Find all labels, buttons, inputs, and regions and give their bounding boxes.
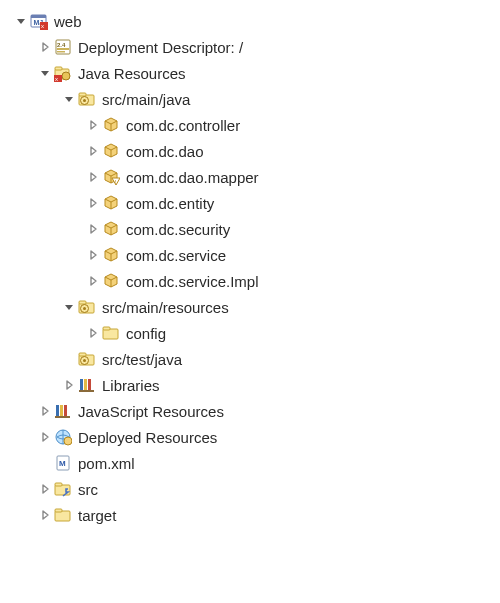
svg-rect-7: [57, 48, 69, 50]
src-folder-icon: [78, 90, 96, 108]
tree-item-label: Deployment Descriptor: /: [78, 39, 243, 56]
tree-item[interactable]: Mpom.xml: [0, 450, 500, 476]
indent: [0, 151, 86, 152]
expand-arrow-closed-icon[interactable]: [86, 222, 100, 236]
expand-arrow-closed-icon[interactable]: [38, 508, 52, 522]
indent: [0, 463, 38, 464]
svg-point-22: [83, 307, 86, 310]
svg-rect-33: [56, 405, 59, 417]
tree-item-label: src: [78, 481, 98, 498]
tree-item-label: com.dc.entity: [126, 195, 214, 212]
tree-item[interactable]: JavaScript Resources: [0, 398, 500, 424]
expand-arrow-closed-icon[interactable]: [86, 196, 100, 210]
expand-arrow-open-icon[interactable]: [62, 300, 76, 314]
svg-rect-15: [79, 93, 86, 96]
expand-arrow-closed-icon[interactable]: [86, 118, 100, 132]
indent: [0, 73, 38, 74]
tree-item[interactable]: target: [0, 502, 500, 528]
folder-icon: [102, 324, 120, 342]
tree-item[interactable]: com.dc.dao: [0, 138, 500, 164]
dd-icon: 2.4: [54, 38, 72, 56]
svg-point-17: [83, 99, 86, 102]
tree-item[interactable]: src/main/resources: [0, 294, 500, 320]
tree-item-label: com.dc.dao: [126, 143, 204, 160]
svg-text:2.4: 2.4: [57, 42, 66, 48]
tree-item[interactable]: config: [0, 320, 500, 346]
tree-item-label: pom.xml: [78, 455, 135, 472]
indent: [0, 21, 14, 22]
svg-rect-8: [57, 51, 65, 53]
expand-arrow-closed-icon[interactable]: [86, 170, 100, 184]
src-folder-icon: [78, 298, 96, 316]
indent: [0, 281, 86, 282]
tree-item[interactable]: src/main/java: [0, 86, 500, 112]
expand-arrow-closed-icon[interactable]: [86, 144, 100, 158]
tree-item-label: com.dc.service: [126, 247, 226, 264]
tree-item[interactable]: com.dc.controller: [0, 112, 500, 138]
tree-item[interactable]: Deployed Resources: [0, 424, 500, 450]
folder-link-icon: [54, 480, 72, 498]
svg-rect-44: [55, 509, 62, 512]
expand-arrow-closed-icon[interactable]: [38, 40, 52, 54]
svg-point-28: [83, 359, 86, 362]
package-icon: [102, 272, 120, 290]
expand-arrow-closed-icon[interactable]: [86, 274, 100, 288]
library-icon: [54, 402, 72, 420]
indent: [0, 411, 38, 412]
tree-item[interactable]: !com.dc.dao.mapper: [0, 164, 500, 190]
indent: [0, 333, 86, 334]
tree-item-label: target: [78, 507, 116, 524]
tree-item[interactable]: src: [0, 476, 500, 502]
svg-rect-20: [79, 301, 86, 304]
indent: [0, 203, 86, 204]
indent: [0, 385, 62, 386]
tree-item-label: com.dc.controller: [126, 117, 240, 134]
indent: [0, 489, 38, 490]
maven-file-icon: M: [54, 454, 72, 472]
expand-arrow-closed-icon[interactable]: [38, 430, 52, 444]
tree-item-label: Java Resources: [78, 65, 186, 82]
package-icon: [102, 220, 120, 238]
svg-rect-30: [84, 379, 87, 391]
indent: [0, 47, 38, 48]
svg-text:x: x: [41, 23, 44, 29]
expand-arrow-open-icon[interactable]: [62, 92, 76, 106]
svg-rect-10: [55, 67, 62, 70]
tree-item-label: Deployed Resources: [78, 429, 217, 446]
svg-rect-29: [80, 379, 83, 391]
indent: [0, 125, 86, 126]
tree-item-label: config: [126, 325, 166, 342]
svg-rect-36: [55, 416, 70, 418]
expand-arrow-closed-icon[interactable]: [38, 482, 52, 496]
expand-arrow-closed-icon[interactable]: [62, 378, 76, 392]
svg-rect-42: [55, 483, 62, 486]
expand-arrow-closed-icon[interactable]: [86, 326, 100, 340]
tree-item[interactable]: MJxweb: [0, 8, 500, 34]
library-icon: [78, 376, 96, 394]
tree-item-label: src/main/resources: [102, 299, 229, 316]
tree-item[interactable]: com.dc.service: [0, 242, 500, 268]
tree-item[interactable]: 2.4Deployment Descriptor: /: [0, 34, 500, 60]
tree-item[interactable]: src/test/java: [0, 346, 500, 372]
tree-item-label: src/test/java: [102, 351, 182, 368]
web-project-icon: MJx: [30, 12, 48, 30]
indent: [0, 177, 86, 178]
project-explorer-tree: MJxweb2.4Deployment Descriptor: /xJava R…: [0, 8, 500, 528]
src-folder-icon: [78, 350, 96, 368]
tree-item[interactable]: com.dc.entity: [0, 190, 500, 216]
expand-arrow-closed-icon[interactable]: [38, 404, 52, 418]
indent: [0, 437, 38, 438]
package-err-icon: !: [102, 168, 120, 186]
tree-item-label: JavaScript Resources: [78, 403, 224, 420]
tree-item[interactable]: Libraries: [0, 372, 500, 398]
tree-item[interactable]: xJava Resources: [0, 60, 500, 86]
package-icon: [102, 142, 120, 160]
expand-arrow-closed-icon[interactable]: [86, 248, 100, 262]
svg-point-11: [62, 72, 70, 80]
tree-item[interactable]: com.dc.service.Impl: [0, 268, 500, 294]
tree-item[interactable]: com.dc.security: [0, 216, 500, 242]
svg-text:M: M: [59, 459, 66, 468]
expand-arrow-open-icon[interactable]: [38, 66, 52, 80]
package-icon: [102, 194, 120, 212]
expand-arrow-open-icon[interactable]: [14, 14, 28, 28]
